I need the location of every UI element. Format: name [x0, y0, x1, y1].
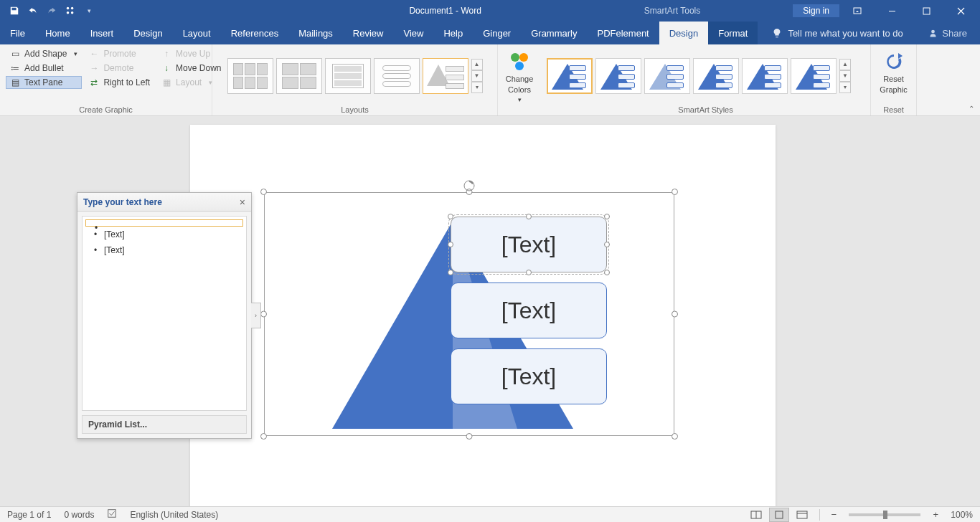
zoom-out-button[interactable]: −: [827, 508, 840, 521]
styles-more-button[interactable]: ▾: [839, 82, 851, 93]
text-pane-toggle[interactable]: ▤Text Pane: [6, 76, 82, 89]
style-option-6[interactable]: [791, 58, 837, 94]
tb-handle[interactable]: [448, 242, 453, 247]
maximize-button[interactable]: [910, 0, 943, 22]
styles-scroll-up[interactable]: ▲: [839, 59, 851, 70]
resize-handle-ne[interactable]: [672, 189, 678, 195]
smartart-container[interactable]: [Text] [Text] [Text]: [264, 192, 674, 436]
tab-references[interactable]: References: [221, 22, 288, 44]
text-pane-footer[interactable]: Pyramid List...: [82, 415, 247, 434]
qat-customize-dropdown[interactable]: ▾: [80, 2, 98, 19]
collapse-ribbon-button[interactable]: ⌃: [969, 105, 974, 113]
resize-handle-nw[interactable]: [260, 189, 267, 195]
smartart-text-pane[interactable]: Type your text here × [Text] [Text] Pyra…: [77, 192, 252, 439]
share-button[interactable]: Share: [928, 22, 980, 44]
layout-option-4[interactable]: [374, 58, 420, 94]
tab-insert[interactable]: Insert: [80, 22, 124, 44]
style-option-1-selected[interactable]: [547, 58, 593, 94]
redo-button[interactable]: [43, 2, 60, 19]
ribbon: ▭Add Shape▾ ≔Add Bullet ▤Text Pane ←Prom…: [0, 44, 980, 116]
smartart-text-box-3[interactable]: [Text]: [451, 348, 607, 404]
change-colors-button[interactable]: Change Colors ▾: [504, 47, 535, 108]
layout-option-3[interactable]: [325, 58, 371, 94]
zoom-slider[interactable]: [849, 513, 920, 516]
style-option-2[interactable]: [595, 58, 641, 94]
layouts-scroll-up[interactable]: ▲: [471, 59, 483, 70]
proofing-icon[interactable]: [107, 508, 117, 521]
tab-design[interactable]: Design: [123, 22, 172, 44]
text-pane-item-3[interactable]: [Text]: [83, 242, 246, 258]
tb-handle[interactable]: [448, 214, 453, 219]
layouts-scroll-down[interactable]: ▼: [471, 70, 483, 82]
svg-point-11: [464, 181, 474, 191]
add-shape-button[interactable]: ▭Add Shape▾: [6, 47, 82, 60]
close-button[interactable]: [944, 0, 977, 22]
tell-me-search[interactable]: Tell me what you want to do: [758, 22, 903, 44]
resize-handle-sw[interactable]: [260, 433, 267, 440]
sign-in-button[interactable]: Sign in: [793, 4, 839, 17]
text-pane-collapse-tab[interactable]: ›: [251, 303, 261, 328]
page-indicator[interactable]: Page 1 of 1: [7, 510, 51, 520]
zoom-in-button[interactable]: +: [929, 508, 942, 521]
tb-handle[interactable]: [526, 270, 532, 275]
add-bullet-button[interactable]: ≔Add Bullet: [6, 62, 82, 75]
tb-handle[interactable]: [604, 242, 610, 247]
svg-point-9: [519, 53, 528, 62]
smartart-text-box-1[interactable]: [Text]: [451, 217, 607, 272]
tb-handle[interactable]: [526, 214, 532, 219]
tab-smartart-design[interactable]: Design: [659, 22, 708, 44]
text-pane-close-button[interactable]: ×: [240, 196, 245, 208]
print-layout-button[interactable]: [769, 508, 789, 522]
smartart-text-box-2[interactable]: [Text]: [451, 283, 607, 338]
resize-handle-e[interactable]: [672, 311, 678, 318]
document-area[interactable]: [Text] [Text] [Text] Type your text here…: [0, 116, 980, 506]
rotate-handle[interactable]: [463, 179, 476, 192]
tb-handle[interactable]: [448, 270, 453, 275]
svg-rect-5: [889, 11, 895, 11]
layout-option-2[interactable]: [276, 58, 322, 94]
layout-option-1[interactable]: [227, 58, 273, 94]
save-button[interactable]: [6, 2, 23, 19]
touch-mode-button[interactable]: [62, 2, 79, 19]
tab-file[interactable]: File: [0, 22, 35, 44]
tab-help[interactable]: Help: [433, 22, 473, 44]
tb-handle[interactable]: [604, 214, 610, 219]
tab-home[interactable]: Home: [35, 22, 80, 44]
layout-option-5-selected[interactable]: [423, 58, 468, 94]
text-box-selection-border: [448, 214, 609, 275]
right-to-left-button[interactable]: ⇄Right to Left: [85, 76, 154, 89]
web-layout-button[interactable]: [792, 508, 812, 522]
tab-ginger[interactable]: Ginger: [473, 22, 521, 44]
undo-button[interactable]: [24, 2, 42, 19]
layouts-more-button[interactable]: ▾: [471, 82, 483, 93]
ribbon-display-options-button[interactable]: [841, 0, 874, 22]
promote-button[interactable]: ←Promote: [85, 47, 154, 60]
divider: [819, 509, 820, 521]
zoom-percent[interactable]: 100%: [951, 510, 973, 520]
layout-icon: ▦: [161, 77, 171, 87]
tab-layout[interactable]: Layout: [173, 22, 221, 44]
styles-scroll-down[interactable]: ▼: [839, 70, 851, 82]
read-mode-button[interactable]: [746, 508, 766, 522]
resize-handle-w[interactable]: [260, 311, 267, 318]
language-indicator[interactable]: English (United States): [130, 510, 218, 520]
text-pane-item-1[interactable]: [85, 219, 243, 227]
style-option-3[interactable]: [644, 58, 690, 94]
style-option-4[interactable]: [693, 58, 739, 94]
tab-pdfelement[interactable]: PDFelement: [587, 22, 659, 44]
tab-review[interactable]: Review: [343, 22, 394, 44]
style-option-5[interactable]: [742, 58, 788, 94]
resize-handle-se[interactable]: [672, 433, 678, 440]
tab-mailings[interactable]: Mailings: [288, 22, 343, 44]
tab-grammarly[interactable]: Grammarly: [521, 22, 587, 44]
zoom-slider-thumb[interactable]: [883, 511, 887, 519]
minimize-button[interactable]: [875, 0, 908, 22]
resize-handle-s[interactable]: [466, 433, 473, 440]
reset-graphic-button[interactable]: Reset Graphic: [877, 47, 910, 98]
tab-smartart-format[interactable]: Format: [708, 22, 758, 44]
demote-button[interactable]: →Demote: [85, 62, 154, 75]
word-count[interactable]: 0 words: [64, 510, 94, 520]
tb-handle[interactable]: [604, 270, 610, 275]
text-pane-item-2[interactable]: [Text]: [83, 227, 246, 242]
tab-view[interactable]: View: [393, 22, 433, 44]
